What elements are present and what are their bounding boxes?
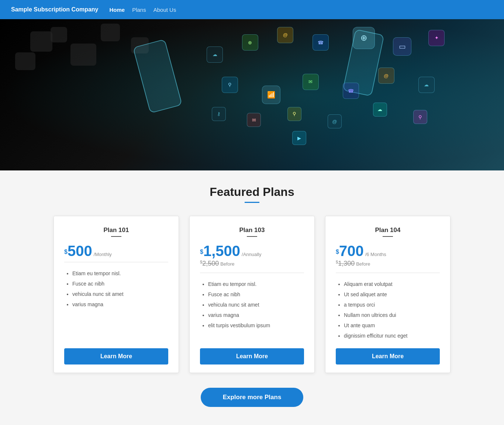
plan-body-101: Plan 101 $500/Monthly Etiam eu tempor ni… <box>54 216 179 348</box>
explore-button[interactable]: Explore more Plans <box>201 388 304 407</box>
title-underline <box>245 202 259 203</box>
price-period-103: /Annually <box>242 252 261 257</box>
price-before-amount-103: 2,500 <box>202 260 219 267</box>
plan-footer-104: Learn More <box>325 348 450 373</box>
plan-price-row-104: $700/6 Months <box>336 243 440 258</box>
deco-box-1 <box>30 31 52 52</box>
plan-body-103: Plan 103 $1,500/Annually $2,500Before Et… <box>190 216 314 348</box>
plan-feature: elit turpis vestibulum ipsum <box>208 320 304 331</box>
learn-more-button-101[interactable]: Learn More <box>64 348 168 364</box>
plan-footer-103: Learn More <box>190 348 314 373</box>
plan-feature: varius magna <box>208 310 304 320</box>
plan-sep-101 <box>64 262 168 262</box>
plan-feature: Etiam eu tempor nisl. <box>72 268 168 279</box>
hero-banner: ☁ ⊕ @ ☎ ⊕ ▭ ✦ ⚲ 📶 ✉ ☎ @ ☁ ⚷ ✉ ⚲ @ ☁ ⚲ ▶ <box>0 19 504 170</box>
plan-divider-101 <box>111 236 121 237</box>
plan-divider-103 <box>247 236 257 237</box>
plan-body-104: Plan 104 $700/6 Months $1,300Before Aliq… <box>325 216 450 348</box>
nav-link-about[interactable]: About Us <box>153 7 176 13</box>
plan-feature: vehicula nunc sit amet <box>208 300 304 310</box>
price-before-row-103: $2,500Before <box>200 260 304 267</box>
plan-feature: Fusce ac nibh <box>208 289 304 300</box>
price-before-row-104: $1,300Before <box>336 260 440 267</box>
plan-card-104: Plan 104 $700/6 Months $1,300Before Aliq… <box>325 216 451 373</box>
plan-name-103: Plan 103 <box>200 227 304 234</box>
price-dollar-101: $ <box>64 249 68 255</box>
price-before-amount-104: 1,300 <box>338 260 355 267</box>
plan-feature: vehicula nunc sit amet <box>72 289 168 299</box>
plan-feature: varius magna <box>72 299 168 310</box>
plan-sep-103 <box>200 273 304 273</box>
plan-divider-104 <box>383 236 393 237</box>
plan-price-row-101: $500/Monthly <box>64 243 168 258</box>
plan-features-101: Etiam eu tempor nisl. Fusce ac nibh vehi… <box>64 268 168 310</box>
plans-grid: Plan 101 $500/Monthly Etiam eu tempor ni… <box>22 216 482 373</box>
price-dollar-103: $ <box>200 249 203 255</box>
plan-name-101: Plan 101 <box>64 227 168 234</box>
plan-feature: Ut sed aliquet ante <box>344 289 440 300</box>
learn-more-button-104[interactable]: Learn More <box>336 348 440 364</box>
plan-name-104: Plan 104 <box>336 227 440 234</box>
plan-footer-101: Learn More <box>54 348 179 373</box>
plan-card-101: Plan 101 $500/Monthly Etiam eu tempor ni… <box>53 216 179 373</box>
price-amount-104: 700 <box>339 243 364 259</box>
explore-row: Explore more Plans <box>22 388 482 407</box>
plan-card-103: Plan 103 $1,500/Annually $2,500Before Et… <box>189 216 315 373</box>
plan-features-103: Etiam eu tempor nisl. Fusce ac nibh vehi… <box>200 279 304 331</box>
plan-feature: Nullam non ultrices dui <box>344 310 440 320</box>
price-period-104: /6 Months <box>365 252 386 257</box>
price-dollar-104: $ <box>336 249 339 255</box>
plan-sep-104 <box>336 273 440 273</box>
plan-feature: a tempus orci <box>344 300 440 310</box>
learn-more-button-103[interactable]: Learn More <box>200 348 304 364</box>
plan-feature: Fusce ac nibh <box>72 279 168 289</box>
plan-feature: dignissim efficitur nunc eget <box>344 331 440 341</box>
plan-feature: Aliquam erat volutpat <box>344 279 440 289</box>
navbar: Sample Subscription Company Home Plans A… <box>0 0 504 19</box>
plan-feature: Ut ante quam <box>344 320 440 331</box>
deco-box-2 <box>51 27 67 42</box>
price-before-label-103: Before <box>220 261 234 267</box>
deco-box-4 <box>15 52 35 70</box>
plan-features-104: Aliquam erat volutpat Ut sed aliquet ant… <box>336 279 440 341</box>
price-amount-103: 1,500 <box>203 243 240 259</box>
plan-feature: Etiam eu tempor nisl. <box>208 279 304 289</box>
deco-box-3 <box>70 44 96 66</box>
price-period-101: /Monthly <box>94 252 112 257</box>
hero-overlay <box>0 19 504 170</box>
deco-box-5 <box>101 24 120 41</box>
price-amount-101: 500 <box>68 243 92 259</box>
nav-link-plans[interactable]: Plans <box>132 7 146 13</box>
nav-link-home[interactable]: Home <box>109 7 125 13</box>
nav-brand: Sample Subscription Company <box>11 6 98 13</box>
featured-title: Featured Plans <box>22 185 482 199</box>
price-before-label-104: Before <box>356 261 370 267</box>
plan-price-row-103: $1,500/Annually <box>200 243 304 258</box>
featured-section: Featured Plans Plan 101 $500/Monthly Eti… <box>0 170 504 425</box>
nav-links: Home Plans About Us <box>109 7 176 13</box>
